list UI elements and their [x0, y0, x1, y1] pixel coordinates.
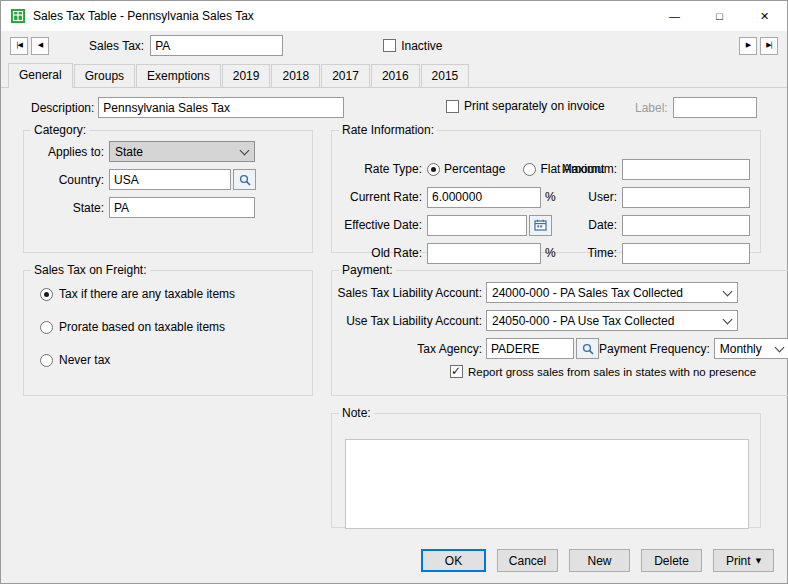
tax-agency-lookup-button[interactable] [576, 338, 599, 359]
general-tab-content: Description: Print separately on invoice… [1, 88, 787, 583]
flat-amount-radio[interactable] [523, 163, 536, 176]
use-tax-liability-select[interactable]: 24050-000 - PA Use Tax Collected [486, 310, 738, 331]
record-nav-row: |◀ ◀ Sales Tax: Inactive ▶ ▶| [1, 31, 787, 60]
tax-agency-label: Tax Agency: [332, 342, 482, 356]
payment-frequency-select[interactable]: Monthly [714, 338, 788, 359]
print-dropdown-arrow-icon: ▼ [756, 557, 761, 565]
maximum-label: Maximum: [557, 162, 617, 176]
new-button[interactable]: New [569, 549, 630, 572]
time-input[interactable] [622, 243, 750, 264]
sales-tax-liability-select[interactable]: 24000-000 - PA Sales Tax Collected [486, 282, 738, 303]
freight-never-tax-radio[interactable] [40, 354, 53, 367]
tab-2015[interactable]: 2015 [421, 64, 470, 87]
note-group: Note: [331, 406, 761, 528]
maximum-input[interactable] [622, 159, 750, 180]
calendar-icon [534, 219, 547, 231]
report-gross-checkbox[interactable] [450, 365, 463, 378]
payment-group: Payment: Sales Tax Liability Account: 24… [331, 263, 788, 396]
date-label: Date: [557, 218, 617, 232]
sales-tax-liability-value: 24000-000 - PA Sales Tax Collected [492, 286, 720, 300]
user-label: User: [557, 190, 617, 204]
old-rate-input[interactable] [427, 243, 541, 264]
note-textarea[interactable] [345, 439, 749, 529]
freight-prorate-radio[interactable] [40, 321, 53, 334]
invoice-label-input [673, 97, 757, 118]
user-input[interactable] [622, 187, 750, 208]
freight-prorate-label: Prorate based on taxable items [59, 320, 225, 334]
inactive-checkbox[interactable] [383, 39, 396, 52]
print-separately-checkbox[interactable] [446, 100, 459, 113]
percent-sign: % [545, 246, 556, 260]
next-record-button[interactable]: ▶ [739, 37, 757, 55]
payment-frequency-label: Payment Frequency: [599, 342, 710, 356]
maximize-button[interactable]: □ [697, 1, 742, 31]
category-group: Category: Applies to: State Country: [23, 123, 313, 253]
dialog-button-row: OK Cancel New Delete Print ▼ [421, 549, 774, 572]
first-record-button[interactable]: |◀ [10, 37, 28, 55]
last-record-icon: ▶| [766, 42, 772, 49]
sales-tax-liability-label: Sales Tax Liability Account: [332, 286, 482, 300]
percent-sign: % [545, 190, 556, 204]
print-button[interactable]: Print ▼ [713, 549, 774, 572]
minimize-icon: — [669, 10, 680, 22]
next-record-icon: ▶ [746, 42, 750, 49]
effective-date-calendar-button[interactable] [529, 215, 552, 236]
description-label: Description: [31, 101, 94, 115]
applies-to-select[interactable]: State [109, 141, 255, 162]
chevron-down-icon [723, 316, 732, 325]
tab-general[interactable]: General [8, 63, 73, 88]
percentage-label: Percentage [444, 162, 505, 176]
magnifier-icon [239, 174, 251, 186]
titlebar: Sales Tax Table - Pennsylvania Sales Tax… [1, 1, 787, 31]
country-lookup-button[interactable] [233, 169, 256, 190]
current-rate-input[interactable] [427, 187, 541, 208]
close-button[interactable]: ✕ [742, 1, 787, 31]
rate-type-label: Rate Type: [332, 162, 422, 176]
description-input[interactable] [98, 97, 344, 118]
tab-2017[interactable]: 2017 [321, 64, 370, 87]
last-record-button[interactable]: ▶| [760, 37, 778, 55]
window-title: Sales Tax Table - Pennsylvania Sales Tax [33, 9, 254, 23]
print-separately-label: Print separately on invoice [464, 99, 605, 113]
sales-tax-label: Sales Tax: [89, 39, 144, 53]
sales-tax-input[interactable] [150, 35, 283, 56]
tab-groups[interactable]: Groups [74, 64, 135, 87]
applies-to-label: Applies to: [24, 145, 104, 159]
payment-frequency-value: Monthly [720, 342, 772, 356]
tax-agency-input[interactable] [486, 338, 574, 359]
use-tax-liability-label: Use Tax Liability Account: [332, 314, 482, 328]
category-group-title: Category: [31, 123, 89, 137]
state-label: State: [24, 201, 104, 215]
note-group-title: Note: [339, 406, 374, 420]
previous-record-icon: ◀ [38, 42, 42, 49]
freight-never-tax-label: Never tax [59, 353, 110, 367]
previous-record-button[interactable]: ◀ [31, 37, 49, 55]
delete-button[interactable]: Delete [641, 549, 702, 572]
ok-button[interactable]: OK [421, 549, 486, 572]
old-rate-label: Old Rate: [332, 246, 422, 260]
chevron-down-icon [775, 344, 784, 353]
country-input[interactable] [109, 169, 231, 190]
percentage-radio[interactable] [427, 163, 440, 176]
use-tax-liability-value: 24050-000 - PA Use Tax Collected [492, 314, 720, 328]
date-input[interactable] [622, 215, 750, 236]
rate-information-group: Rate Information: Rate Type: Percentage … [331, 123, 761, 253]
minimize-button[interactable]: — [652, 1, 697, 31]
applies-to-value: State [115, 145, 237, 159]
sales-tax-table-dialog: Sales Tax Table - Pennsylvania Sales Tax… [0, 0, 788, 584]
tab-2016[interactable]: 2016 [371, 64, 420, 87]
cancel-button[interactable]: Cancel [497, 549, 558, 572]
app-icon [10, 8, 26, 24]
sales-tax-on-freight-group: Sales Tax on Freight: Tax if there are a… [23, 263, 313, 396]
sales-tax-on-freight-group-title: Sales Tax on Freight: [31, 263, 150, 277]
app-icon-glyph [10, 8, 26, 24]
state-input[interactable] [109, 197, 255, 218]
effective-date-input[interactable] [427, 215, 527, 236]
inactive-label: Inactive [401, 39, 442, 53]
effective-date-label: Effective Date: [332, 218, 422, 232]
tab-2018[interactable]: 2018 [271, 64, 320, 87]
maximize-icon: □ [716, 10, 723, 22]
freight-tax-if-taxable-radio[interactable] [40, 288, 53, 301]
tab-2019[interactable]: 2019 [222, 64, 271, 87]
tab-exemptions[interactable]: Exemptions [136, 64, 221, 87]
